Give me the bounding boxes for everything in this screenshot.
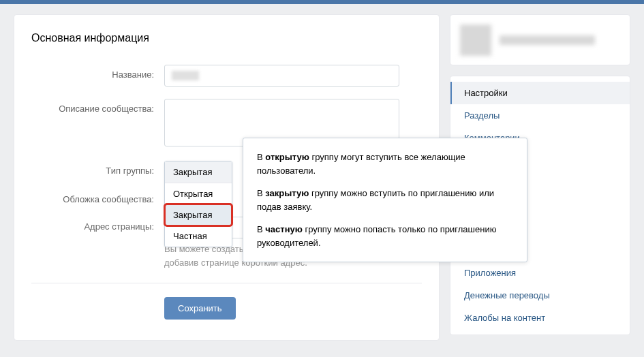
description-label: Описание сообщества:	[31, 99, 164, 114]
sidebar-item-sections[interactable]: Разделы	[450, 104, 630, 127]
address-label: Адрес страницы:	[31, 217, 164, 232]
sidebar-item-settings[interactable]: Настройки	[450, 82, 630, 104]
group-type-tooltip: В открытую группу могут вступить все жел…	[243, 138, 527, 262]
group-type-label: Тип группы:	[31, 161, 164, 176]
cover-label: Обложка сообщества:	[31, 189, 164, 204]
divider	[31, 283, 422, 283]
community-avatar	[460, 25, 491, 56]
group-type-dropdown: Закрытая Открытая Закрытая Частная	[164, 161, 232, 247]
community-name-blurred	[500, 35, 595, 45]
save-button[interactable]: Сохранить	[164, 297, 236, 320]
sidebar-item-transfers[interactable]: Денежные переводы	[450, 284, 630, 307]
dropdown-option-private[interactable]: Частная	[165, 226, 232, 247]
blurred-text	[172, 71, 199, 80]
dropdown-selected-display[interactable]: Закрытая	[165, 161, 232, 183]
dropdown-option-closed[interactable]: Закрытая	[165, 204, 232, 226]
sidebar-item-reports[interactable]: Жалобы на контент	[450, 307, 630, 329]
name-input[interactable]	[164, 65, 399, 87]
main-panel: Основная информация Название: Описание с…	[14, 14, 440, 341]
sidebar-header[interactable]	[450, 14, 630, 65]
dropdown-option-open[interactable]: Открытая	[165, 183, 232, 204]
page-title: Основная информация	[31, 32, 422, 44]
sidebar-item-apps[interactable]: Приложения	[450, 262, 630, 284]
name-label: Название:	[31, 65, 164, 80]
